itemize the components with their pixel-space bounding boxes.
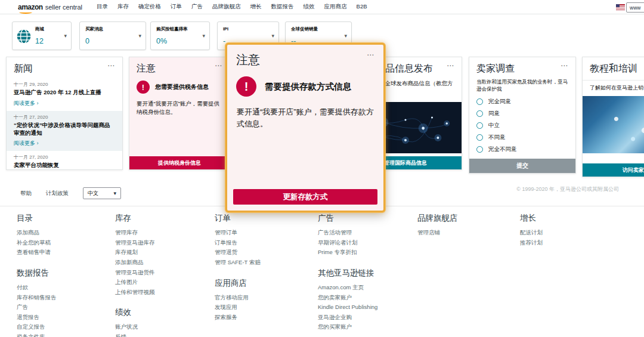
sitemap-section-title: 订单 [215,213,261,224]
chevron-down-icon[interactable] [271,33,274,39]
sitemap-link[interactable]: 税务文件库 [17,332,57,337]
deposit-modal-heading: 需要提供存款方式信息 [265,81,351,92]
kpi-buyer-messages[interactable]: 买家消息 0 [79,21,146,50]
sitemap-link[interactable]: 上传和管理视频 [115,287,178,298]
radio-button[interactable] [476,110,483,117]
kpi-value: 12 [35,37,44,45]
nav-menu-item[interactable]: 目录 [97,3,108,11]
main-menu: 目录库存确定价格订单广告品牌旗舰店增长数据报告绩效应用商店B2B [97,3,367,11]
sitemap-link[interactable]: 早期评论者计划 [318,238,377,248]
chevron-down-icon[interactable] [344,33,347,39]
sitemap-link[interactable]: 您的买家账户 [318,322,377,332]
nav-menu-item[interactable]: 广告 [191,3,203,11]
radio-button[interactable] [476,98,483,105]
kpi-buybox-rate[interactable]: 购买按钮赢得率 0% [150,21,210,50]
sitemap-link[interactable]: 退货报告 [17,313,57,323]
news-date: 十一月 27, 2020 [14,154,115,160]
kpi-marketplaces[interactable]: 商城 12 [12,21,72,50]
chevron-down-icon[interactable] [202,33,205,39]
sitemap-link[interactable]: 库存和销售报告 [17,293,57,303]
sitemap-link[interactable]: 付款 [17,283,57,293]
amazon-seller-central-logo[interactable]: amazon seller central [18,3,82,11]
chevron-down-icon[interactable] [138,33,141,39]
marketplace-switcher[interactable]: www [626,2,644,13]
survey-option[interactable]: 中立 [476,122,568,129]
sitemap-link[interactable]: 补全您的草稿 [17,238,57,248]
sitemap-link[interactable]: 上传图片 [115,277,178,287]
radio-button[interactable] [476,122,483,129]
news-headline[interactable]: “定价状况”中涉及价格误导等问题商品审查的通知 [14,122,115,137]
sitemap-link[interactable]: 广告 [17,302,57,313]
deposit-modal-title: 注意 [236,52,260,68]
more-menu-icon[interactable] [367,52,374,58]
sitemap-link[interactable]: 查看销售申请 [17,248,57,258]
nav-menu-item[interactable]: 订单 [171,3,182,11]
sitemap-link[interactable]: 管理店铺 [417,228,458,238]
nav-menu-item[interactable]: 应用商店 [324,3,347,11]
news-headline[interactable]: 卖家平台功能恢复 [14,162,115,169]
top-nav: amazon seller central 目录库存确定价格订单广告品牌旗舰店增… [0,0,644,14]
tutorials-card: 教程和培训 了解如何在亚马逊上销售 访问卖家大学 [582,57,644,177]
more-menu-icon[interactable] [561,63,568,69]
more-menu-icon[interactable] [447,63,454,69]
sitemap-link[interactable]: 管理 SAFE-T 索赔 [215,258,261,268]
news-card-title: 新闻 [14,63,33,75]
nav-menu-item[interactable]: 品牌旗舰店 [212,3,241,11]
sitemap-link[interactable]: 广告活动管理 [318,228,377,238]
sitemap-link[interactable]: Amazon.com 主页 [318,283,377,293]
survey-option[interactable]: 不同意 [476,134,568,141]
nav-menu-item[interactable]: 库存 [117,3,129,11]
news-item: 十一月 27, 2020 卖家平台功能恢复 阅读更多 › [7,151,122,170]
survey-title: 卖家调查 [476,63,515,75]
visit-seller-university-button[interactable]: 访问卖家大学 [583,163,644,177]
sitemap-link[interactable]: 发现应用 [215,302,261,313]
provide-tax-info-button[interactable]: 提供纳税身份信息 [129,156,230,169]
radio-button[interactable] [476,146,483,153]
sitemap-link[interactable]: 自定义报告 [17,322,57,332]
sitemap-link[interactable]: 配送计划 [520,228,543,238]
sitemap-link[interactable]: 您的卖家账户 [318,293,377,303]
survey-option[interactable]: 完全同意 [476,98,568,106]
radio-button[interactable] [476,134,483,141]
sitemap-link[interactable]: 管理亚马逊库存 [115,238,178,248]
sitemap-link[interactable]: 库存规划 [115,248,178,258]
sitemap-link[interactable]: 推荐计划 [520,238,543,248]
news-item: 十一月 29, 2020 亚马逊广告 2020 年 12 月线上直播 阅读更多 … [7,78,122,111]
sitemap-link[interactable]: Kindle Direct Publishing [318,302,377,313]
nav-menu-item[interactable]: 增长 [250,3,262,11]
sitemap-link[interactable]: 添加商品 [17,228,57,238]
deposit-modal-body: 要开通“我要开店”账户，需要提供存款方式信息。 [227,99,383,137]
sitemap-link[interactable]: 账户状况 [115,322,178,332]
sitemap-link[interactable]: 反馈 [115,332,178,337]
sitemap-link[interactable]: Prime 专享折扣 [318,248,377,258]
more-menu-icon[interactable] [107,63,115,69]
us-flag-icon[interactable] [616,4,625,10]
more-menu-icon[interactable] [215,63,222,69]
language-select[interactable]: 中文 [83,187,121,199]
sitemap-link[interactable]: 亚马逊企业购 [318,313,377,323]
nav-menu-item[interactable]: 确定价格 [138,3,161,11]
survey-option[interactable]: 完全不同意 [476,146,568,153]
sitemap-link[interactable]: 探索服务 [215,313,261,323]
sitemap-link[interactable]: 添加新商品 [115,258,178,268]
sitemap-link[interactable]: 订单报告 [215,238,261,248]
program-policies-link[interactable]: 计划政策 [46,190,69,197]
sitemap-section-title: 库存 [115,213,178,224]
survey-option[interactable]: 同意 [476,110,568,118]
read-more-link[interactable]: 阅读更多 › [14,140,39,147]
read-more-link[interactable]: 阅读更多 › [14,100,39,107]
nav-menu-item[interactable]: B2B [357,3,367,11]
chevron-down-icon[interactable] [64,33,67,39]
sitemap-link[interactable]: 官方移动应用 [215,293,261,303]
sitemap-link[interactable]: 管理亚马逊货件 [115,268,178,278]
sitemap-link[interactable]: 管理退货 [215,248,261,258]
update-deposit-method-button[interactable]: 更新存款方式 [233,189,377,205]
sitemap-link[interactable]: 管理库存 [115,228,178,238]
sitemap-link[interactable]: 管理订单 [215,228,261,238]
nav-menu-item[interactable]: 绩效 [304,3,315,11]
nav-menu-item[interactable]: 数据报告 [271,3,294,11]
survey-submit-button[interactable]: 提交 [469,159,575,173]
news-headline[interactable]: 亚马逊广告 2020 年 12 月线上直播 [14,89,115,97]
help-link[interactable]: 帮助 [20,190,32,197]
alert-exclamation-icon: ! [137,81,150,94]
